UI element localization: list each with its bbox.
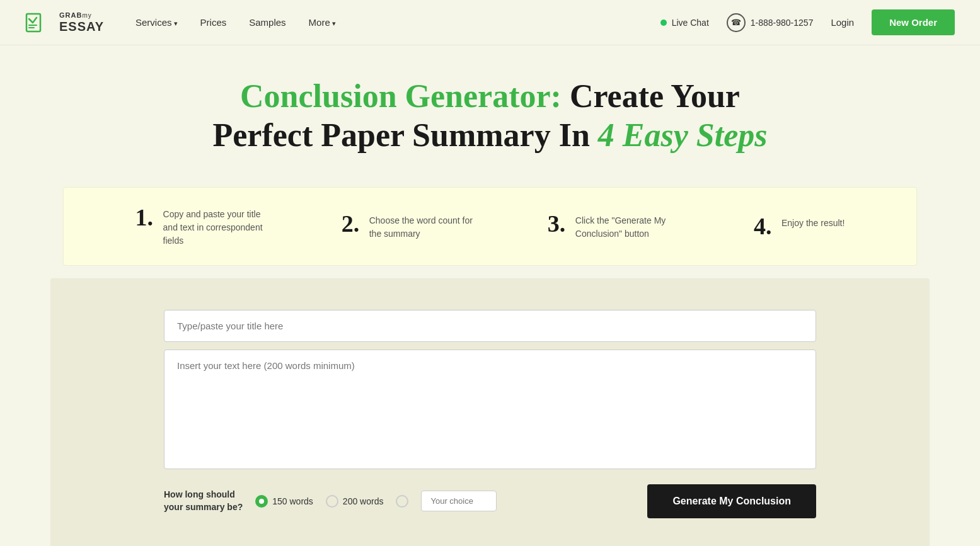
form-area: How long should your summary be? 150 wor… bbox=[50, 278, 930, 546]
hero-title-line2-black: Perfect Paper Summary In bbox=[212, 117, 597, 153]
nav-item-prices[interactable]: Prices bbox=[200, 17, 227, 28]
title-input[interactable] bbox=[164, 310, 816, 342]
radio-200-words[interactable]: 200 words bbox=[326, 495, 384, 508]
step-3: 3. Click the "Generate My Conclusion" bu… bbox=[548, 212, 686, 241]
logo-essay: ESSAY bbox=[59, 20, 104, 33]
word-count-label: How long should your summary be? bbox=[164, 489, 243, 513]
radio-group: 150 words 200 words bbox=[255, 491, 497, 511]
hero-title-steps: 4 Easy Steps bbox=[598, 117, 768, 153]
navbar-right: Live Chat ☎ 1-888-980-1257 Login New Ord… bbox=[660, 9, 955, 35]
phone-area[interactable]: ☎ 1-888-980-1257 bbox=[727, 13, 814, 32]
new-order-button[interactable]: New Order bbox=[872, 9, 955, 35]
generate-conclusion-button[interactable]: Generate My Conclusion bbox=[647, 484, 816, 518]
nav-link-more[interactable]: More bbox=[309, 17, 336, 28]
radio-200-circle bbox=[326, 495, 338, 508]
your-choice-input[interactable] bbox=[421, 491, 497, 511]
step-1-number: 1. bbox=[135, 205, 154, 229]
live-chat[interactable]: Live Chat bbox=[660, 18, 709, 28]
radio-custom-circle bbox=[396, 495, 408, 508]
step-2-text: Choose the word count for the summary bbox=[369, 212, 480, 241]
logo[interactable]: GRABmy ESSAY bbox=[25, 9, 104, 37]
phone-icon: ☎ bbox=[727, 13, 746, 32]
bottom-controls: How long should your summary be? 150 wor… bbox=[164, 484, 816, 518]
word-count-section: How long should your summary be? 150 wor… bbox=[164, 489, 497, 513]
login-link[interactable]: Login bbox=[831, 17, 854, 28]
nav-item-samples[interactable]: Samples bbox=[249, 17, 285, 28]
radio-200-label: 200 words bbox=[343, 496, 384, 506]
nav-link-samples[interactable]: Samples bbox=[249, 17, 285, 28]
logo-icon bbox=[25, 9, 53, 37]
live-dot-icon bbox=[660, 20, 667, 26]
nav-link-prices[interactable]: Prices bbox=[200, 17, 227, 28]
step-1: 1. Copy and paste your title and text in… bbox=[135, 205, 274, 247]
nav-item-more[interactable]: More bbox=[309, 17, 336, 28]
step-3-number: 3. bbox=[548, 212, 567, 236]
step-3-text: Click the "Generate My Conclusion" butto… bbox=[575, 212, 686, 241]
radio-150-words[interactable]: 150 words bbox=[255, 495, 313, 508]
navbar: GRABmy ESSAY Services Prices Samples Mor… bbox=[0, 0, 980, 45]
live-chat-label: Live Chat bbox=[672, 18, 709, 28]
nav-link-services[interactable]: Services bbox=[135, 17, 178, 28]
step-1-text: Copy and paste your title and text in co… bbox=[163, 205, 274, 247]
step-2-number: 2. bbox=[342, 212, 360, 236]
logo-text-group: GRABmy ESSAY bbox=[59, 11, 104, 33]
hero-title-green: Conclusion Generator: bbox=[240, 78, 562, 114]
nav-item-services[interactable]: Services bbox=[135, 17, 178, 28]
navbar-left: GRABmy ESSAY Services Prices Samples Mor… bbox=[25, 9, 336, 37]
radio-150-label: 150 words bbox=[272, 496, 313, 506]
logo-grab-my: GRABmy bbox=[59, 11, 104, 19]
step-4: 4. Enjoy the result! bbox=[754, 214, 845, 238]
nav-links: Services Prices Samples More bbox=[135, 17, 336, 28]
radio-150-circle bbox=[255, 495, 268, 508]
hero-title: Conclusion Generator: Create Your Perfec… bbox=[25, 77, 955, 156]
steps-banner: 1. Copy and paste your title and text in… bbox=[63, 187, 917, 266]
step-4-text: Enjoy the result! bbox=[781, 214, 845, 230]
step-2: 2. Choose the word count for the summary bbox=[342, 212, 480, 241]
step-4-number: 4. bbox=[754, 214, 773, 238]
text-textarea[interactable] bbox=[164, 350, 816, 469]
hero-section: Conclusion Generator: Create Your Perfec… bbox=[0, 45, 980, 174]
phone-number: 1-888-980-1257 bbox=[751, 18, 814, 28]
